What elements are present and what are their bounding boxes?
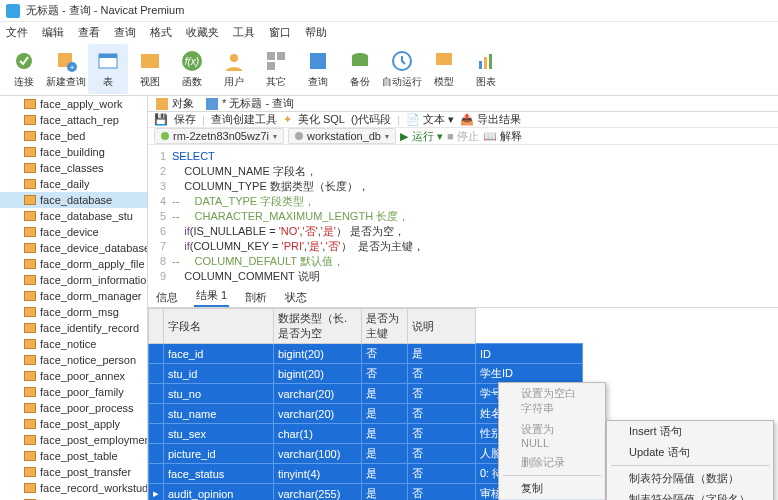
codeseg-button[interactable]: ()​代码段: [351, 112, 391, 127]
tree-item[interactable]: face_attach_rep: [0, 112, 147, 128]
tree-item[interactable]: face_daily: [0, 176, 147, 192]
titlebar: 无标题 - 查询 - Navicat Premium: [0, 0, 778, 22]
menu-item[interactable]: Update 语句: [607, 442, 773, 463]
menu-item[interactable]: 制表符分隔值（字段名）: [607, 489, 773, 500]
tree-item[interactable]: face_poor_family: [0, 384, 147, 400]
svg-rect-19: [484, 57, 487, 69]
tree-item[interactable]: face_database: [0, 192, 147, 208]
menu-格式[interactable]: 格式: [150, 25, 172, 40]
result-tabs: 信息 结果 1 剖析 状态: [148, 288, 778, 308]
run-button[interactable]: 运行 ▾: [412, 129, 443, 144]
tree-item[interactable]: face_post_apply: [0, 416, 147, 432]
tree-item[interactable]: face_dorm_manager: [0, 288, 147, 304]
tree-item[interactable]: face_device_database: [0, 240, 147, 256]
toolbar-user[interactable]: 用户: [214, 44, 254, 94]
sql-editor[interactable]: 1SELECT2 COLUMN_NAME 字段名，3 COLUMN_TYPE 数…: [148, 145, 778, 288]
tree-item[interactable]: face_post_table: [0, 448, 147, 464]
table-icon: [24, 131, 36, 141]
save-icon[interactable]: 💾: [154, 113, 168, 126]
menu-查询[interactable]: 查询: [114, 25, 136, 40]
table-icon: [156, 98, 168, 110]
tab-status[interactable]: 状态: [283, 288, 309, 307]
menu-窗口[interactable]: 窗口: [269, 25, 291, 40]
table-icon: [24, 243, 36, 253]
tree-item[interactable]: face_dorm_msg: [0, 304, 147, 320]
table-icon: [24, 467, 36, 477]
column-header[interactable]: 是否为主键: [362, 309, 408, 344]
tree-item[interactable]: face_bed: [0, 128, 147, 144]
beautify-button[interactable]: 美化 SQL: [298, 112, 345, 127]
tree-item[interactable]: face_dorm_apply_file: [0, 256, 147, 272]
menu-帮助[interactable]: 帮助: [305, 25, 327, 40]
window-title: 无标题 - 查询 - Navicat Premium: [26, 3, 184, 18]
table-icon: [24, 291, 36, 301]
menu-item[interactable]: 复制: [499, 478, 605, 499]
table-row[interactable]: face_idbigint(20)否是ID: [149, 344, 583, 364]
svg-rect-10: [267, 52, 275, 60]
context-submenu-copy-as[interactable]: Insert 语句Update 语句制表符分隔值（数据）制表符分隔值（字段名）制…: [606, 420, 774, 500]
column-header[interactable]: 说明: [408, 309, 476, 344]
tree-item[interactable]: face_device: [0, 224, 147, 240]
stop-button[interactable]: ■ 停止: [447, 129, 479, 144]
save-button[interactable]: 保存: [174, 112, 196, 127]
table-icon: [24, 275, 36, 285]
tree-item[interactable]: face_record_workstudy: [0, 480, 147, 496]
table-row[interactable]: stu_idbigint(20)否否学生ID: [149, 364, 583, 384]
svg-text:+: +: [70, 63, 75, 72]
menu-item[interactable]: Insert 语句: [607, 421, 773, 442]
tab-result[interactable]: 结果 1: [194, 286, 229, 307]
text-button[interactable]: 📄 文本 ▾: [406, 112, 454, 127]
table-icon: [24, 339, 36, 349]
toolbar-other[interactable]: 其它: [256, 44, 296, 94]
context-menu[interactable]: 设置为空白字符串设置为 NULL删除记录复制复制为▶粘贴显示▶: [498, 382, 606, 500]
svg-rect-13: [310, 53, 326, 69]
tree-item[interactable]: face_post_employmen: [0, 432, 147, 448]
menu-查看[interactable]: 查看: [78, 25, 100, 40]
toolbar-view[interactable]: 视图: [130, 44, 170, 94]
column-header[interactable]: 字段名: [164, 309, 274, 344]
tree-item[interactable]: face_poor_annex: [0, 368, 147, 384]
tree-item[interactable]: face_building: [0, 144, 147, 160]
tree-item[interactable]: face_notice: [0, 336, 147, 352]
column-header[interactable]: 数据类型（长. 是否为空: [274, 309, 362, 344]
toolbar-query[interactable]: 查询: [298, 44, 338, 94]
tab-objects[interactable]: 对象: [156, 96, 194, 111]
tree-item[interactable]: face_post_transfer: [0, 464, 147, 480]
toolbar-backup[interactable]: 备份: [340, 44, 380, 94]
tree-item[interactable]: face_classes: [0, 160, 147, 176]
database-chip[interactable]: workstation_db▾: [288, 128, 396, 144]
menu-文件[interactable]: 文件: [6, 25, 28, 40]
editor-tabs: 对象 * 无标题 - 查询: [148, 96, 778, 112]
toolbar-fx[interactable]: f(x)函数: [172, 44, 212, 94]
tree-item[interactable]: face_dorm_information: [0, 272, 147, 288]
menu-收藏夹[interactable]: 收藏夹: [186, 25, 219, 40]
export-button[interactable]: 📤 导出结果: [460, 112, 521, 127]
tree-item[interactable]: face_identify_record: [0, 320, 147, 336]
toolbar-newquery[interactable]: +新建查询: [46, 44, 86, 94]
sparkle-icon: ✦: [283, 113, 292, 126]
menu-item[interactable]: 制表符分隔值（数据）: [607, 468, 773, 489]
tab-info[interactable]: 信息: [154, 288, 180, 307]
object-tree[interactable]: face_apply_workface_attach_repface_bedfa…: [0, 96, 148, 500]
tree-item[interactable]: face_database_stu: [0, 208, 147, 224]
table-icon: [24, 323, 36, 333]
toolbar-connect[interactable]: 连接: [4, 44, 44, 94]
server-chip[interactable]: rm-2zetn83n05wz7i▾: [154, 128, 284, 144]
tree-item[interactable]: face_repair_note: [0, 496, 147, 500]
explain-button[interactable]: 📖 解释: [483, 129, 522, 144]
query-builder-button[interactable]: 查询创建工具: [211, 112, 277, 127]
menu-工具[interactable]: 工具: [233, 25, 255, 40]
toolbar-model[interactable]: 模型: [424, 44, 464, 94]
toolbar-chart[interactable]: 图表: [466, 44, 506, 94]
fx-icon: f(x): [180, 49, 204, 73]
tab-current-query[interactable]: * 无标题 - 查询: [206, 96, 294, 111]
tree-item[interactable]: face_poor_process: [0, 400, 147, 416]
toolbar-table[interactable]: 表: [88, 44, 128, 94]
table-icon: [24, 163, 36, 173]
backup-icon: [348, 49, 372, 73]
tab-profile[interactable]: 剖析: [243, 288, 269, 307]
tree-item[interactable]: face_notice_person: [0, 352, 147, 368]
tree-item[interactable]: face_apply_work: [0, 96, 147, 112]
toolbar-auto[interactable]: 自动运行: [382, 44, 422, 94]
menu-编辑[interactable]: 编辑: [42, 25, 64, 40]
